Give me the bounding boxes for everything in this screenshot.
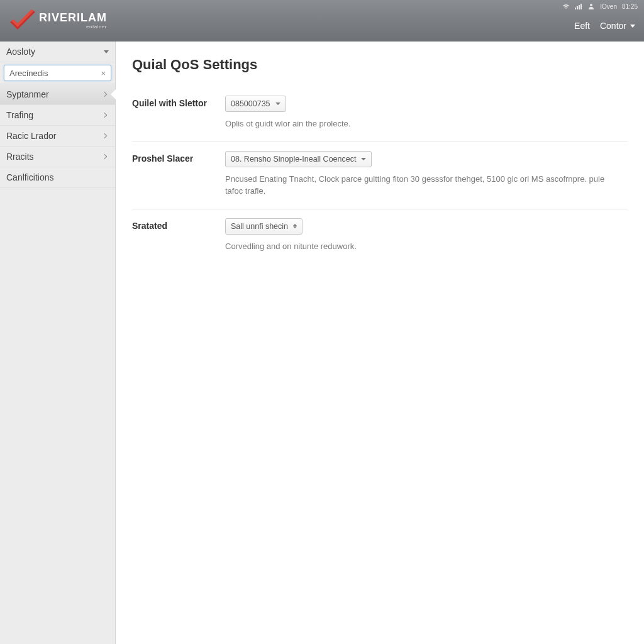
sidebar-item-syptanmer[interactable]: Syptanmer bbox=[0, 84, 115, 105]
sidebar-item-trafing[interactable]: Trafing bbox=[0, 105, 115, 126]
brand-name: RIVERILAM bbox=[39, 12, 107, 23]
app-header: IOven 81:25 RIVERILAM entainer Eeft Cont… bbox=[0, 0, 644, 42]
chevron-right-icon bbox=[102, 154, 107, 159]
edit-button[interactable]: Eeft bbox=[574, 21, 590, 31]
sidebar-top-item[interactable]: Aosloty bbox=[0, 42, 115, 62]
layout: Aosloty × Syptanmer Trafing Racic Lrador… bbox=[0, 42, 644, 644]
edit-label: Eeft bbox=[574, 21, 590, 31]
sidebar-item-rracits[interactable]: Rracits bbox=[0, 147, 115, 167]
sidebar-item-label: Racic Lrador bbox=[6, 131, 56, 141]
sidebar: Aosloty × Syptanmer Trafing Racic Lrador… bbox=[0, 42, 116, 644]
field-help: Corvedling and on nitunte reduwork. bbox=[225, 241, 615, 253]
wifi-icon bbox=[562, 3, 570, 10]
control-menu[interactable]: Contor bbox=[600, 21, 635, 31]
status-time: 81:25 bbox=[622, 3, 638, 10]
sidebar-item-label: Trafing bbox=[6, 110, 33, 120]
brand-subtitle: entainer bbox=[39, 25, 107, 30]
svg-rect-1 bbox=[577, 6, 578, 9]
brand-text: RIVERILAM entainer bbox=[39, 12, 107, 30]
sidebar-search-box[interactable]: × bbox=[4, 65, 111, 81]
sidebar-top-label: Aosloty bbox=[6, 47, 35, 57]
field-body: Sall unnfi shecin Corvedling and on nitu… bbox=[225, 218, 628, 253]
sidebar-item-canlficitions[interactable]: Canlficitions bbox=[0, 167, 115, 188]
select-value: 085000735 bbox=[231, 99, 270, 108]
quilel-select[interactable]: 085000735 bbox=[225, 96, 286, 112]
control-label: Contor bbox=[600, 21, 626, 31]
field-label: Proshel Slacer bbox=[132, 151, 225, 164]
sort-icon bbox=[293, 224, 297, 228]
field-body: 08. Rensho Sinople-Ineall Coencect Pncus… bbox=[225, 151, 628, 197]
field-body: 085000735 Oplis ot guidt wlor ain the pr… bbox=[225, 96, 628, 130]
chevron-right-icon bbox=[102, 92, 107, 97]
chevron-right-icon bbox=[102, 113, 107, 118]
sidebar-item-label: Rracits bbox=[6, 152, 34, 162]
page-title: Quial QoS Settings bbox=[132, 57, 628, 73]
main-content: Quial QoS Settings Quilel with Slettor 0… bbox=[116, 42, 644, 644]
proshel-select[interactable]: 08. Rensho Sinople-Ineall Coencect bbox=[225, 151, 372, 167]
sratated-select[interactable]: Sall unnfi shecin bbox=[225, 218, 303, 235]
sidebar-item-racic[interactable]: Racic Lrador bbox=[0, 126, 115, 147]
caret-down-icon bbox=[361, 158, 366, 160]
field-help: Oplis ot guidt wlor ain the prolecte. bbox=[225, 118, 615, 130]
chevron-down-icon bbox=[630, 25, 635, 28]
logo-checkmark-icon bbox=[8, 8, 38, 33]
svg-rect-0 bbox=[575, 8, 576, 9]
svg-rect-2 bbox=[579, 5, 580, 9]
search-input[interactable] bbox=[9, 69, 99, 78]
sidebar-item-label: Canlficitions bbox=[6, 172, 53, 182]
svg-point-4 bbox=[590, 4, 592, 6]
caret-down-icon bbox=[104, 50, 109, 53]
clear-icon[interactable]: × bbox=[99, 69, 107, 78]
chevron-right-icon bbox=[102, 133, 107, 138]
select-value: Sall unnfi shecin bbox=[231, 222, 288, 231]
sidebar-search-wrap: × bbox=[0, 62, 115, 84]
field-help: Pncused Enating Tnacht, Clock parce gult… bbox=[225, 174, 615, 197]
user-icon bbox=[587, 3, 595, 10]
header-actions: Eeft Contor bbox=[574, 21, 635, 31]
sidebar-item-label: Syptanmer bbox=[6, 89, 49, 99]
status-user-label: IOven bbox=[600, 3, 617, 10]
field-label: Sratated bbox=[132, 218, 225, 231]
form-row-sratated: Sratated Sall unnfi shecin Corvedling an… bbox=[132, 209, 628, 264]
brand-logo[interactable]: RIVERILAM entainer bbox=[8, 8, 107, 33]
caret-down-icon bbox=[275, 103, 280, 105]
signal-icon bbox=[575, 3, 582, 10]
select-value: 08. Rensho Sinople-Ineall Coencect bbox=[231, 155, 356, 164]
svg-rect-3 bbox=[580, 4, 582, 9]
form-row-quilel: Quilel with Slettor 085000735 Oplis ot g… bbox=[132, 87, 628, 142]
field-label: Quilel with Slettor bbox=[132, 96, 225, 108]
form-row-proshel: Proshel Slacer 08. Rensho Sinople-Ineall… bbox=[132, 142, 628, 209]
status-bar: IOven 81:25 bbox=[562, 3, 638, 10]
